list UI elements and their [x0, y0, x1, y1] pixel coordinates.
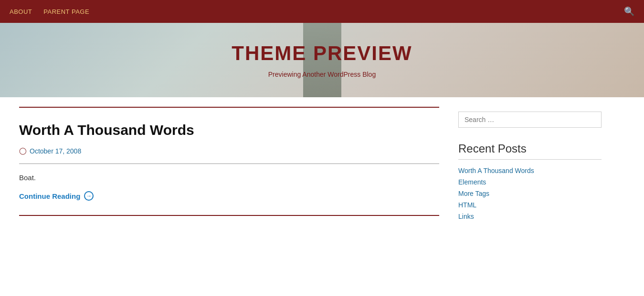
nav-about[interactable]: ABOUT: [10, 8, 32, 15]
continue-reading-icon: →: [84, 191, 94, 201]
continue-reading-link[interactable]: Continue Reading →: [19, 191, 439, 201]
recent-post-0[interactable]: Worth A Thousand Words: [458, 167, 534, 174]
recent-post-3[interactable]: HTML: [458, 201, 476, 209]
site-tagline: Previewing Another WordPress Blog: [268, 71, 376, 78]
list-item: More Tags: [458, 189, 602, 198]
post-article: Worth A Thousand Words ◯ October 17, 200…: [19, 122, 439, 201]
main-content: Worth A Thousand Words ◯ October 17, 200…: [19, 107, 439, 224]
continue-reading-label: Continue Reading: [19, 192, 80, 200]
recent-posts-title: Recent Posts: [458, 142, 602, 160]
nav-search-icon[interactable]: 🔍: [624, 6, 634, 17]
recent-posts-list: Worth A Thousand Words Elements More Tag…: [458, 166, 602, 221]
bottom-border: [19, 215, 439, 216]
post-date: October 17, 2008: [30, 147, 81, 155]
clock-icon: ◯: [19, 147, 27, 155]
site-title: THEME PREVIEW: [232, 42, 412, 65]
post-meta: ◯ October 17, 2008: [19, 147, 439, 155]
recent-post-4[interactable]: Links: [458, 213, 474, 220]
post-excerpt: Boat.: [19, 174, 439, 182]
post-title: Worth A Thousand Words: [19, 122, 439, 138]
list-item: Links: [458, 212, 602, 221]
list-item: Worth A Thousand Words: [458, 166, 602, 175]
nav-parent-page[interactable]: PARENT PAGE: [43, 8, 89, 15]
top-border: [19, 107, 439, 108]
content-wrapper: Worth A Thousand Words ◯ October 17, 200…: [0, 97, 644, 233]
list-item: Elements: [458, 178, 602, 186]
post-divider: [19, 163, 439, 164]
main-nav: ABOUT PARENT PAGE 🔍: [0, 0, 644, 23]
list-item: HTML: [458, 201, 602, 209]
sidebar: Recent Posts Worth A Thousand Words Elem…: [458, 107, 602, 224]
recent-posts-section: Recent Posts Worth A Thousand Words Elem…: [458, 142, 602, 221]
site-header: THEME PREVIEW Previewing Another WordPre…: [0, 23, 644, 97]
recent-post-2[interactable]: More Tags: [458, 190, 489, 197]
recent-post-1[interactable]: Elements: [458, 178, 486, 186]
search-input[interactable]: [458, 112, 602, 128]
